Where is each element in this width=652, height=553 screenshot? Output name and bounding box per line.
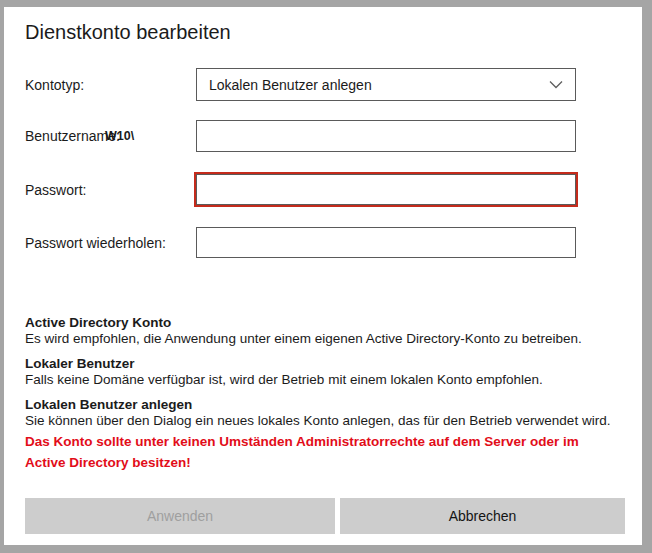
- admin-rights-warning: Das Konto sollte unter keinen Umständen …: [25, 431, 597, 473]
- dialog-dienstkonto-bearbeiten: Dienstkonto bearbeiten Kontotyp: Lokalen…: [4, 7, 642, 545]
- help-heading: Lokaler Benutzer: [25, 356, 625, 372]
- kontotyp-selected-value: Lokalen Benutzer anlegen: [209, 77, 372, 93]
- anwenden-button[interactable]: Anwenden: [25, 498, 335, 534]
- help-body: Falls keine Domäne verfügbar ist, wird d…: [25, 372, 625, 388]
- help-text-block: Active Directory Konto Es wird empfohlen…: [25, 315, 625, 438]
- abbrechen-button[interactable]: Abbrechen: [340, 498, 625, 534]
- benutzername-input[interactable]: [196, 120, 576, 152]
- benutzername-domain-prefix: W10\: [105, 129, 134, 143]
- help-section-active-directory: Active Directory Konto Es wird empfohlen…: [25, 315, 625, 347]
- window-backdrop: Dienstkonto bearbeiten Kontotyp: Lokalen…: [0, 0, 652, 553]
- help-heading: Active Directory Konto: [25, 315, 625, 331]
- help-section-lokaler-benutzer: Lokaler Benutzer Falls keine Domäne verf…: [25, 356, 625, 388]
- kontotyp-dropdown[interactable]: Lokalen Benutzer anlegen: [196, 68, 576, 101]
- passwort-wiederholen-label: Passwort wiederholen:: [25, 235, 166, 251]
- help-body: Es wird empfohlen, die Anwendung unter e…: [25, 331, 625, 347]
- passwort-wiederholen-input[interactable]: [196, 227, 576, 258]
- passwort-label: Passwort:: [25, 182, 86, 198]
- chevron-down-icon: [549, 80, 563, 89]
- help-heading: Lokalen Benutzer anlegen: [25, 397, 625, 413]
- help-section-lokalen-benutzer-anlegen: Lokalen Benutzer anlegen Sie können über…: [25, 397, 625, 429]
- help-body: Sie können über den Dialog ein neues lok…: [25, 413, 625, 429]
- dialog-title: Dienstkonto bearbeiten: [25, 21, 231, 44]
- kontotyp-label: Kontotyp:: [25, 77, 84, 93]
- passwort-input[interactable]: [196, 174, 576, 205]
